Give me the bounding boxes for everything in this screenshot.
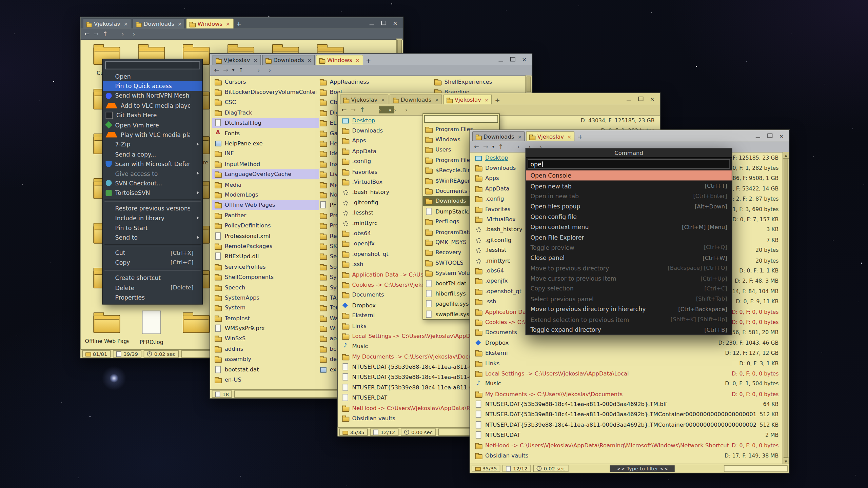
- tab[interactable]: Downloads ×: [133, 18, 185, 28]
- scroll-down-icon[interactable]: ▼: [783, 458, 789, 464]
- context-menu-item[interactable]: Open Vim here: [103, 120, 202, 130]
- tab[interactable]: Vjekoslav ×: [526, 131, 575, 141]
- context-menu-filter-input[interactable]: [105, 61, 200, 69]
- file-row[interactable]: NTUSER.DAT{53b39e88-18c4-11ea-a811-000d3…: [472, 409, 782, 420]
- breadcrumb-segment[interactable]: [405, 106, 416, 113]
- tab[interactable]: Vjekoslav ×: [212, 55, 261, 65]
- close-button[interactable]: ×: [650, 96, 655, 102]
- context-menu-item[interactable]: Restore previous versions: [103, 203, 202, 213]
- context-menu-item[interactable]: Pin to Quick access: [103, 81, 202, 91]
- tab-close-icon[interactable]: ×: [178, 21, 182, 26]
- minimize-button[interactable]: [755, 133, 761, 138]
- tab-close-icon[interactable]: ×: [226, 21, 230, 26]
- tab[interactable]: Downloads ×: [472, 131, 525, 141]
- context-menu-item[interactable]: Add to VLC media player's Playlist: [103, 101, 202, 110]
- context-menu-item[interactable]: Properties: [103, 292, 202, 302]
- back-button[interactable]: ←: [84, 31, 90, 37]
- context-menu-item[interactable]: Send a copy...: [103, 149, 202, 159]
- tab-close-icon[interactable]: ×: [253, 57, 257, 63]
- file-row[interactable]: TempInst: [212, 313, 319, 323]
- tab-close-icon[interactable]: ×: [381, 97, 385, 102]
- minimize-button[interactable]: [369, 20, 374, 25]
- file-row[interactable]: Music D: 0, F: 1, 504 bytes: [472, 379, 782, 389]
- scrollbar-thumb[interactable]: [784, 159, 788, 458]
- file-row[interactable]: Eksterni D: 12, F: 127, 12 GB: [472, 348, 782, 358]
- context-menu-item[interactable]: Send to: [103, 232, 202, 242]
- breadcrumb-segment[interactable]: [116, 33, 121, 34]
- file-row[interactable]: assembly: [212, 354, 319, 364]
- palette-command-item[interactable]: Copy selection [Ctrl+C]: [526, 283, 732, 293]
- palette-command-item[interactable]: Open in new tab [Ctrl+Enter]: [526, 191, 732, 201]
- quick-filter-input[interactable]: [724, 465, 788, 472]
- file-row[interactable]: ShellExperiences: [432, 77, 526, 87]
- file-row[interactable]: DtcInstall.log: [212, 118, 319, 128]
- file-row[interactable]: NTUSER.DAT 2 MB: [472, 430, 782, 440]
- forward-button[interactable]: →: [223, 67, 228, 73]
- folder-grid-item[interactable]: PFRO.log: [129, 311, 174, 350]
- new-tab-button[interactable]: +: [492, 96, 503, 105]
- history-dropdown-icon[interactable]: ▾: [492, 144, 494, 149]
- context-menu-item[interactable]: Include in library: [103, 213, 202, 223]
- file-row[interactable]: ShellComponents: [212, 272, 319, 282]
- tab[interactable]: Vjekoslav ×: [83, 18, 131, 28]
- file-row[interactable]: System: [212, 303, 319, 313]
- maximize-button[interactable]: [767, 133, 772, 138]
- file-row[interactable]: WMSysPr9.prx: [212, 323, 319, 333]
- palette-command-item[interactable]: Move cursor to previous item [Ctrl+Up]: [526, 273, 732, 283]
- palette-command-item[interactable]: Select previous panel [Shift+Tab]: [526, 294, 732, 304]
- new-tab-button[interactable]: +: [363, 56, 374, 65]
- file-row[interactable]: bootstat.dat: [212, 364, 319, 374]
- palette-command-item[interactable]: Move to previous directory in hierarchy …: [526, 304, 732, 314]
- tab[interactable]: Vjekoslav ×: [340, 95, 388, 105]
- palette-command-item[interactable]: Toggle expand directory [Ctrl+B]: [526, 325, 732, 335]
- maximize-button[interactable]: [638, 96, 643, 102]
- palette-command-item[interactable]: Toggle preview [Ctrl+Q]: [526, 242, 732, 252]
- back-button[interactable]: ←: [214, 67, 219, 73]
- file-row[interactable]: Fonts: [212, 128, 319, 138]
- up-button[interactable]: ↑: [498, 144, 504, 150]
- minimize-button[interactable]: [498, 56, 504, 62]
- file-row[interactable]: PolicyDefinitions: [212, 220, 319, 230]
- palette-command-item[interactable]: Open Console: [526, 170, 732, 181]
- file-row[interactable]: Panther: [212, 210, 319, 220]
- file-row[interactable]: BitLockerDiscoveryVolumeContents: [212, 87, 319, 97]
- maximize-button[interactable]: [510, 56, 515, 62]
- scrollbar-thumb[interactable]: [527, 77, 531, 92]
- forward-button[interactable]: →: [94, 31, 99, 37]
- context-menu-item[interactable]: TortoiseSVN: [103, 188, 202, 198]
- tab-close-icon[interactable]: ×: [485, 97, 489, 102]
- tab-close-icon[interactable]: ×: [517, 134, 521, 139]
- context-menu-item[interactable]: 7-Zip: [103, 140, 202, 149]
- tab[interactable]: Downloads ×: [390, 95, 442, 105]
- file-row[interactable]: InputMethod: [212, 159, 319, 169]
- tab[interactable]: Vjekoslav ×: [443, 95, 492, 105]
- minimize-button[interactable]: [626, 96, 631, 102]
- up-button[interactable]: ↑: [238, 67, 243, 73]
- file-row[interactable]: SystemApps: [212, 292, 319, 303]
- file-row[interactable]: NTUSER.DAT{53b39e88-18c4-11ea-a811-000d3…: [472, 420, 782, 430]
- up-button[interactable]: ↑: [102, 31, 107, 37]
- breadcrumb-segment[interactable]: [133, 30, 144, 37]
- breadcrumb-segment[interactable]: [122, 30, 133, 37]
- tab-close-icon[interactable]: ×: [355, 57, 359, 63]
- palette-command-item[interactable]: Open new tab [Ctrl+T]: [526, 181, 732, 191]
- context-menu-item[interactable]: [104, 269, 201, 271]
- file-row[interactable]: Local Settings -> C:\Users\Vjekoslav\App…: [472, 368, 782, 379]
- tab-close-icon[interactable]: ×: [567, 134, 571, 139]
- file-row[interactable]: WinSxS: [212, 333, 319, 344]
- new-tab-button[interactable]: +: [575, 133, 586, 141]
- palette-command-item[interactable]: Extend selection to previous item [Shift…: [526, 314, 732, 324]
- title-bar[interactable]: Vjekoslav × Downloads × Windows ×: [80, 17, 403, 28]
- new-tab-button[interactable]: +: [233, 20, 244, 28]
- context-menu-item[interactable]: Cut [Ctrl+X]: [103, 248, 202, 258]
- file-row[interactable]: RtlExUpd.dll: [212, 251, 319, 261]
- title-bar[interactable]: Vjekoslav × Downloads × Windows ×: [210, 54, 532, 65]
- breadcrumb-segment[interactable]: [512, 146, 517, 147]
- file-row[interactable]: HelpPane.exe: [212, 138, 319, 148]
- breadcrumb-segment[interactable]: [269, 66, 280, 74]
- dropdown-filter-input[interactable]: [424, 115, 498, 123]
- tab-close-icon[interactable]: ×: [124, 21, 128, 26]
- file-row[interactable]: AppReadiness: [317, 77, 431, 87]
- file-row[interactable]: Cursors: [212, 77, 319, 87]
- breadcrumb-segment[interactable]: [252, 69, 257, 70]
